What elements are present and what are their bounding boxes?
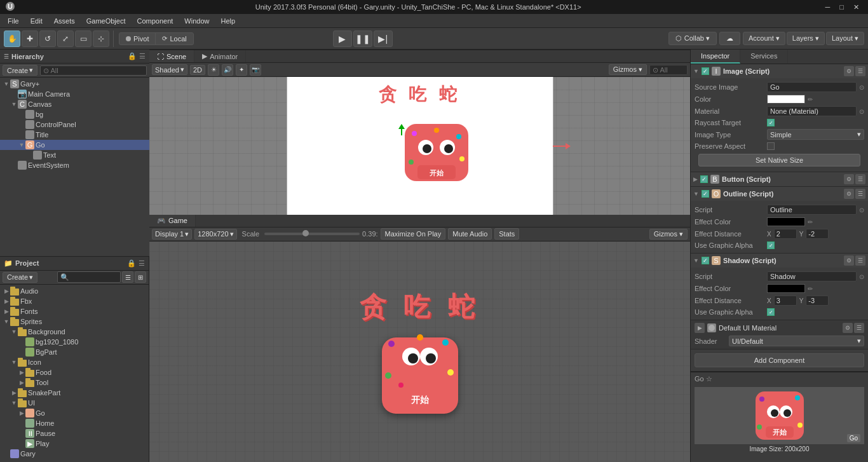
project-item-background[interactable]: ▼ Background (0, 327, 149, 337)
outline-script-header[interactable]: ▼ ✓ O Outline (Script) ⚙ ☰ (691, 187, 868, 201)
game-tab[interactable]: 🎮 Game (149, 215, 196, 227)
hierarchy-lock[interactable]: 🔒 (128, 52, 137, 60)
scene-all-search[interactable] (649, 65, 688, 75)
project-item-pause[interactable]: ⏸ Pause (0, 428, 149, 438)
add-component-btn[interactable]: Add Component (695, 353, 864, 367)
project-item-ui[interactable]: ▼ UI (0, 398, 149, 408)
project-item-go-sprite[interactable]: ▶ Go (0, 408, 149, 418)
project-item-bg1920[interactable]: bg1920_1080 (0, 337, 149, 347)
button-menu-btn[interactable]: ☰ (855, 174, 865, 184)
project-item-tool[interactable]: ▶ Tool (0, 377, 149, 388)
services-tab[interactable]: Services (740, 50, 788, 64)
hierarchy-menu[interactable]: ☰ (139, 52, 146, 60)
shader-dropdown[interactable]: UI/Default ▾ (729, 336, 864, 346)
project-item-home[interactable]: Home (0, 418, 149, 428)
scene-camera-btn[interactable]: 📷 (250, 64, 261, 76)
image-menu-btn[interactable]: ☰ (855, 66, 865, 76)
cloud-btn[interactable]: ☁ (719, 32, 740, 45)
hierarchy-create-btn[interactable]: Create ▾ (3, 65, 37, 76)
project-item-food[interactable]: ▶ Food (0, 367, 149, 377)
menu-window[interactable]: Window (179, 16, 214, 26)
tree-item-bg[interactable]: bg (0, 109, 149, 119)
shadow-y-input[interactable] (806, 296, 829, 306)
project-lock[interactable]: 🔒 (127, 259, 136, 268)
project-item-fonts[interactable]: ▶ Fonts (0, 306, 149, 316)
scene-tab[interactable]: ⛶ Scene (149, 50, 194, 62)
menu-assets[interactable]: Assets (49, 16, 80, 26)
shadow-config-btn[interactable]: ⚙ (844, 255, 854, 266)
maximize-btn[interactable]: □ (836, 3, 848, 11)
project-create-btn[interactable]: Create ▾ (3, 272, 37, 283)
menu-file[interactable]: File (3, 16, 24, 26)
maximize-btn[interactable]: Maximize On Play (381, 228, 446, 240)
button-config-btn[interactable]: ⚙ (844, 174, 854, 184)
outline-alpha-check[interactable]: ✓ (767, 241, 775, 249)
pivot-btn[interactable]: Pivot (119, 33, 156, 44)
outline-menu-btn[interactable]: ☰ (855, 189, 865, 199)
image-check[interactable]: ✓ (702, 67, 709, 75)
tree-item-title[interactable]: Title (0, 130, 149, 140)
menu-component[interactable]: Component (132, 16, 178, 26)
project-view-btn[interactable]: ⊞ (135, 271, 146, 283)
shadow-menu-btn[interactable]: ☰ (855, 255, 865, 266)
outline-y-input[interactable] (806, 229, 829, 239)
material-dot[interactable]: ⊙ (859, 108, 864, 115)
project-menu[interactable]: ☰ (139, 259, 145, 268)
raycast-check[interactable]: ✓ (767, 119, 775, 126)
project-item-sprites[interactable]: ▼ Sprites (0, 316, 149, 327)
layers-dropdown[interactable]: Layers ▾ (787, 32, 825, 45)
account-dropdown[interactable]: Account ▾ (743, 32, 785, 45)
game-start-button[interactable]: 开始 (382, 337, 458, 414)
project-item-snakepart[interactable]: ▶ SnakePart (0, 388, 149, 398)
layout-dropdown[interactable]: Layout ▾ (826, 32, 864, 45)
material-expand-btn[interactable]: ▶ (695, 323, 705, 333)
tree-item-canvas[interactable]: ▼ C Canvas (0, 99, 149, 109)
minimize-btn[interactable]: ─ (821, 3, 834, 11)
close-btn[interactable]: ✕ (850, 3, 863, 11)
image-script-header[interactable]: ▼ ✓ I Image (Script) ⚙ ☰ (691, 64, 868, 78)
tree-item-go[interactable]: ▼ G Go (0, 140, 149, 150)
transform-tool[interactable]: ⊹ (93, 31, 109, 47)
set-native-size-btn[interactable]: Set Native Size (698, 154, 860, 166)
tree-item-maincamera[interactable]: 📷 Main Camera (0, 89, 149, 99)
2d-btn[interactable]: 2D (190, 65, 205, 75)
imagetype-dropdown[interactable]: Simple ▾ (767, 129, 864, 140)
menu-help[interactable]: Help (215, 16, 240, 26)
tree-item-text[interactable]: Text (0, 150, 149, 160)
outline-color-pencil[interactable]: ✏ (808, 219, 813, 226)
shadow-script-header[interactable]: ▼ ✓ S Shadow (Script) ⚙ ☰ (691, 254, 868, 268)
source-image-input[interactable]: Go (767, 82, 857, 92)
preserve-check[interactable] (767, 142, 775, 150)
project-item-play[interactable]: ▶ Play (0, 438, 149, 449)
button-script-header[interactable]: ▶ ✓ B Button (Script) ⚙ ☰ (691, 172, 868, 186)
hand-tool[interactable]: ✋ (4, 31, 20, 47)
shaded-dropdown[interactable]: Shaded ▾ (152, 64, 187, 75)
game-gizmos-btn[interactable]: Gizmos ▾ (649, 229, 688, 240)
outline-color-swatch[interactable] (767, 217, 805, 226)
pause-btn[interactable]: ❚❚ (353, 31, 372, 47)
project-search[interactable] (57, 271, 121, 283)
shadow-script-input[interactable]: Shadow (767, 271, 857, 282)
outline-script-input[interactable]: Outline (767, 205, 857, 215)
stats-btn[interactable]: Stats (494, 228, 519, 240)
collab-btn[interactable]: ⬡ Collab ▾ (668, 32, 717, 45)
tree-item-eventsystem[interactable]: EventSystem (0, 160, 149, 170)
shadow-script-dot[interactable]: ⊙ (859, 273, 864, 280)
scene-effect-btn[interactable]: ✦ (236, 64, 247, 76)
play-btn[interactable]: ▶ (333, 31, 352, 47)
image-config-btn[interactable]: ⚙ (844, 66, 854, 76)
tree-item-gary[interactable]: ▼ S Gary+ (0, 79, 149, 89)
outline-config-btn[interactable]: ⚙ (844, 189, 854, 199)
mute-btn[interactable]: Mute Audio (448, 228, 492, 240)
scale-tool[interactable]: ⤢ (57, 31, 74, 47)
scene-gizmos-btn[interactable]: Gizmos ▾ (609, 64, 647, 75)
resolution-dropdown[interactable]: 1280x720 ▾ (194, 229, 236, 240)
scene-audio-btn[interactable]: 🔊 (222, 64, 233, 76)
material-menu-btn[interactable]: ☰ (854, 323, 864, 333)
project-item-fbx[interactable]: ▶ Fbx (0, 296, 149, 306)
menu-edit[interactable]: Edit (25, 16, 48, 26)
local-btn[interactable]: ⟳ Local (156, 33, 193, 44)
shadow-color-pencil[interactable]: ✏ (808, 285, 813, 292)
project-item-audio[interactable]: ▶ Audio (0, 286, 149, 296)
menu-gameobject[interactable]: GameObject (81, 16, 131, 26)
